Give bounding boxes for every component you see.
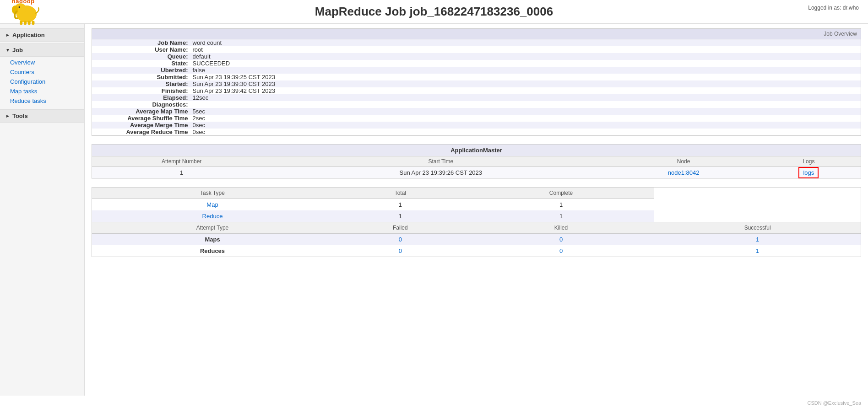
task-reduce-link[interactable]: Reduce [202,213,223,220]
am-title-row: ApplicationMaster [92,145,861,156]
attempt-reduces-killed: 0 [468,245,655,257]
job-overview-header-row: Job Overview [92,29,861,39]
svg-rect-5 [20,21,22,24]
am-table: ApplicationMaster Attempt Number Start T… [92,144,861,179]
task-reduce-type: Reduce [92,210,333,222]
job-overview-row: Average Reduce Time0sec [92,129,861,136]
job-overview-label-cell: Average Map Time [92,108,193,115]
task-summary-table: Task Type Total Complete Map 1 1 Reduce … [92,187,861,257]
attempt-maps-successful: 1 [654,234,861,246]
am-attempt-number: 1 [92,167,271,179]
am-logs-link-wrapper: logs [798,167,819,178]
attempt-col-failed: Failed [333,222,468,234]
attempt-col-header: Attempt Type Failed Killed Successful [92,222,861,234]
sidebar-maptasks-link[interactable]: Map tasks [10,88,37,95]
sidebar-item-counters[interactable]: Counters [0,67,84,77]
am-logs-link[interactable]: logs [803,169,814,176]
job-overview-row: Uberized:false [92,67,861,74]
svg-rect-6 [24,21,27,24]
attempt-reduces-failed: 0 [333,245,468,257]
sidebar-application-header[interactable]: ► Application [0,28,84,42]
attempt-maps-killed-link[interactable]: 0 [559,236,563,243]
task-reduce-complete: 1 [468,210,655,222]
job-overview-row: Diagnostics: [92,101,861,108]
attempt-col-type: Attempt Type [92,222,333,234]
page-header: hadoop MapReduce Job job_1682247183236_0… [0,0,868,24]
attempt-reduces-killed-link[interactable]: 0 [559,247,563,254]
job-overview-label-cell: Diagnostics: [92,101,193,108]
attempt-maps-failed-link[interactable]: 0 [399,236,402,243]
sidebar-item-reduce-tasks[interactable]: Reduce tasks [0,96,84,106]
task-map-type: Map [92,199,333,211]
job-overview-value-cell: 12sec [193,94,861,101]
attempt-reduces-successful: 1 [654,245,861,257]
sidebar-item-configuration[interactable]: Configuration [0,77,84,86]
job-overview-value-cell: 0sec [193,122,861,129]
main-layout: ► Application ▼ Job Overview Counters Co… [0,24,868,396]
sidebar-configuration-link[interactable]: Configuration [10,78,45,85]
job-overview-label-cell: Average Reduce Time [92,129,193,136]
job-overview-label-cell: Elapsed: [92,94,193,101]
task-col-total: Total [333,188,468,199]
task-reduce-row: Reduce 1 1 [92,210,861,222]
am-start-time: Sun Apr 23 19:39:26 CST 2023 [271,167,610,179]
svg-point-4 [19,6,19,7]
job-overview-row: Finished:Sun Apr 23 19:39:42 CST 2023 [92,87,861,94]
task-map-link[interactable]: Map [206,201,218,208]
job-overview-row: User Name:root [92,46,861,53]
job-overview-value-cell: false [193,67,861,74]
attempt-maps-killed: 0 [468,234,655,246]
sidebar-tools-label: Tools [12,113,28,119]
sidebar-item-overview[interactable]: Overview [0,58,84,67]
am-node-link[interactable]: node1:8042 [668,169,700,176]
attempt-maps-failed: 0 [333,234,468,246]
attempt-reduces-failed-link[interactable]: 0 [399,247,402,254]
job-overview-row: Submitted:Sun Apr 23 19:39:25 CST 2023 [92,74,861,80]
job-overview-label-cell: Job Name: [92,39,193,47]
job-overview-value-cell [193,101,861,108]
job-overview-value-cell: Sun Apr 23 19:39:30 CST 2023 [193,80,861,87]
attempt-reduces-successful-link[interactable]: 1 [756,247,759,254]
am-col-attempt: Attempt Number [92,156,271,167]
job-overview-value-cell: 5sec [193,108,861,115]
job-overview-label-cell: Average Merge Time [92,122,193,129]
footer-note: CSDN @Exclusive_Sea [0,396,868,408]
sidebar-tools-header[interactable]: ► Tools [0,109,84,123]
job-overview-row: Started:Sun Apr 23 19:39:30 CST 2023 [92,80,861,87]
sidebar-overview-link[interactable]: Overview [10,59,35,66]
job-overview-row: Average Shuffle Time2sec [92,115,861,122]
job-overview-value-cell: 0sec [193,129,861,136]
am-logs-cell: logs [757,167,861,179]
page-title: MapReduce Job job_1682247183236_0006 [315,5,553,19]
job-overview-row: Queue:default [92,53,861,60]
job-overview-label-cell: Uberized: [92,67,193,74]
job-overview-label-cell: State: [92,60,193,67]
am-col-header: Attempt Number Start Time Node Logs [92,156,861,167]
attempt-reduces-type: Reduces [92,245,333,257]
attempt-col-successful: Successful [654,222,861,234]
task-col-header: Task Type Total Complete [92,188,861,199]
sidebar-item-map-tasks[interactable]: Map tasks [0,86,84,96]
sidebar-job-header[interactable]: ▼ Job [0,43,84,57]
am-col-starttime: Start Time [271,156,610,167]
main-content: Job Overview Job Name:word countUser Nam… [85,24,868,396]
am-node: node1:8042 [610,167,756,179]
am-data-row: 1 Sun Apr 23 19:39:26 CST 2023 node1:804… [92,167,861,179]
task-map-row: Map 1 1 [92,199,861,211]
attempt-maps-row: Maps 0 0 1 [92,234,861,246]
job-overview-row: Elapsed:12sec [92,94,861,101]
job-overview-table: Job Overview Job Name:word countUser Nam… [92,28,861,136]
job-overview-value-cell: 2sec [193,115,861,122]
sidebar-counters-link[interactable]: Counters [10,69,34,75]
sidebar-job-label: Job [12,47,23,54]
attempt-maps-successful-link[interactable]: 1 [756,236,759,243]
am-col-node: Node [610,156,756,167]
arrow-right-icon-tools: ► [5,113,10,118]
job-overview-row: Job Name:word count [92,39,861,47]
sidebar-application-label: Application [12,32,45,38]
job-overview-label-cell: Finished: [92,87,193,94]
am-col-logs: Logs [757,156,861,167]
job-overview-value-cell: default [193,53,861,60]
task-col-complete: Complete [468,188,655,199]
sidebar-reducetasks-link[interactable]: Reduce tasks [10,97,46,104]
